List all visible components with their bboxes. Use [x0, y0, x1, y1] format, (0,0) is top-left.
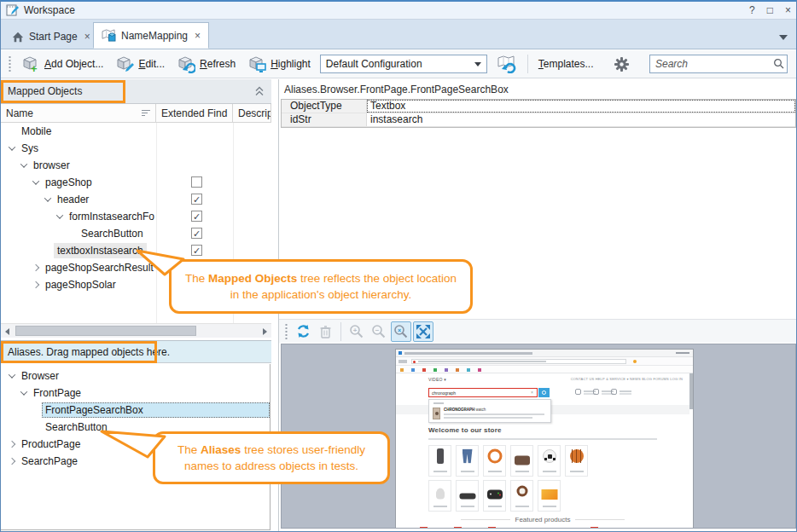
- mapped-tree-horizontal-scrollbar[interactable]: [1, 323, 271, 338]
- property-row-idStr[interactable]: idStrinstasearch: [282, 113, 795, 127]
- zoom-in-button[interactable]: +: [346, 321, 367, 342]
- product-tile-card: [538, 480, 561, 512]
- property-value[interactable]: instasearch: [367, 113, 795, 126]
- chevron-expanded-icon[interactable]: [30, 176, 42, 188]
- add-object-button[interactable]: + Add Object...: [15, 53, 109, 76]
- fit-to-window-button[interactable]: [413, 321, 433, 342]
- tree-item-label: header: [54, 192, 92, 207]
- chevron-expanded-icon[interactable]: [18, 159, 30, 171]
- tab-start-page[interactable]: Start Page ×: [4, 25, 98, 49]
- store-featured-row: [420, 527, 618, 529]
- tree-item-label: Browser: [18, 368, 62, 384]
- maximize-button[interactable]: □: [767, 4, 773, 16]
- product-label-bar: [488, 471, 502, 472]
- featured-product: [488, 527, 515, 529]
- refresh-button[interactable]: Refresh: [171, 53, 241, 76]
- tab-label: Start Page: [29, 31, 78, 43]
- tab-close-icon[interactable]: ×: [195, 30, 201, 42]
- tree-item-pageShop[interactable]: pageShop: [1, 174, 271, 191]
- settings-button[interactable]: [608, 54, 636, 75]
- column-header-extended-find[interactable]: Extended Find: [156, 104, 233, 122]
- product-label-bar: [461, 506, 474, 507]
- configuration-select[interactable]: Default Configuration: [320, 55, 487, 73]
- product-label-bar: [433, 471, 447, 472]
- tree-item-Mobile[interactable]: Mobile: [1, 123, 271, 140]
- chevron-expanded-icon[interactable]: [42, 194, 54, 205]
- mini-scrollbar-thumb: [689, 373, 693, 409]
- tree-item-label: Sys: [18, 141, 42, 156]
- store-search-suggestion: CHRONOGRAPH watch: [428, 399, 551, 423]
- tree-indent: [1, 410, 30, 411]
- mini-title-text-bar: [404, 352, 532, 355]
- tree-item-Sys[interactable]: Sys: [1, 140, 271, 157]
- product-tile-phone: [428, 445, 451, 477]
- tab-close-icon[interactable]: ×: [84, 31, 90, 43]
- add-object-label: Add Object...: [44, 58, 103, 70]
- aliases-title: Aliases. Drag mapped objects here.: [1, 346, 170, 358]
- edit-button[interactable]: Edit...: [109, 53, 171, 76]
- tree-item-Browser[interactable]: Browser: [1, 367, 270, 385]
- scroll-left-icon[interactable]: [5, 328, 9, 335]
- column-header-name[interactable]: Name: [1, 104, 156, 122]
- product-tile-jeans: [456, 445, 479, 477]
- extended-find-checkbox[interactable]: ✓: [191, 228, 202, 239]
- tree-item-header[interactable]: header✓: [1, 191, 271, 208]
- compare-icon: [575, 389, 581, 395]
- tree-item-FrontPage[interactable]: FrontPage: [1, 385, 270, 402]
- featured-product: [590, 527, 618, 529]
- scrollbar-thumb[interactable]: [15, 326, 196, 336]
- mini-url-text-bar: [418, 361, 546, 362]
- mini-browser-addressbar: [396, 357, 693, 366]
- chevron-collapsed-icon[interactable]: [6, 455, 18, 467]
- product-tile-pad: [483, 480, 506, 512]
- tab-list-dropdown-icon[interactable]: [779, 35, 788, 40]
- tree-item-formInstasearchForm[interactable]: formInstasearchForm✓: [1, 208, 271, 225]
- tree-item-browser[interactable]: browser: [1, 157, 271, 174]
- chevron-collapsed-icon[interactable]: [30, 262, 42, 274]
- bookmark-icon: [478, 368, 481, 372]
- edit-label: Edit...: [138, 58, 165, 70]
- suggestion-desc-bar: [444, 417, 532, 419]
- extended-find-checkbox[interactable]: [191, 176, 202, 188]
- chevron-expanded-icon[interactable]: [6, 142, 18, 154]
- chevron-collapsed-icon[interactable]: [30, 279, 42, 291]
- toolbar-grip[interactable]: [284, 322, 288, 341]
- chevron-expanded-icon[interactable]: [54, 211, 66, 223]
- window-controls: ? □ ×: [749, 4, 791, 16]
- tab-namemapping[interactable]: NameMapping ×: [93, 22, 209, 49]
- extended-find-checkbox[interactable]: ✓: [191, 194, 202, 205]
- product-tile-basket: [565, 445, 588, 477]
- gear-icon: [614, 56, 630, 72]
- column-header-descript[interactable]: Descript: [233, 104, 271, 122]
- property-value[interactable]: Textbox: [367, 100, 795, 113]
- toolbar-grip[interactable]: [8, 55, 12, 73]
- zoom-out-button[interactable]: −: [369, 321, 389, 342]
- preview-refresh-button[interactable]: [293, 321, 313, 342]
- collapse-panel-icon[interactable]: [254, 86, 265, 96]
- preview-delete-button[interactable]: [315, 321, 335, 342]
- help-button[interactable]: ?: [749, 4, 755, 16]
- chevron-expanded-icon[interactable]: [6, 370, 18, 382]
- tree-item-label: formInstasearchForm: [66, 209, 154, 224]
- property-row-ObjectType[interactable]: ObjectTypeTextbox: [282, 100, 795, 113]
- highlight-button[interactable]: Highlight: [241, 53, 317, 76]
- scroll-right-icon[interactable]: [263, 328, 267, 335]
- featured-product: [556, 527, 584, 529]
- search-input[interactable]: [649, 55, 788, 73]
- zoom-reset-button[interactable]: ×: [391, 321, 411, 342]
- extended-find-checkbox[interactable]: ✓: [191, 245, 202, 256]
- title-bar: Workspace ? □ ×: [1, 2, 796, 20]
- templates-button[interactable]: Templates...: [532, 55, 600, 72]
- product-tile-soccer: [538, 445, 561, 477]
- chevron-collapsed-icon[interactable]: [6, 438, 18, 450]
- tree-item-FrontPageSearchBox[interactable]: FrontPageSearchBox: [1, 402, 270, 419]
- chevron-expanded-icon[interactable]: [18, 387, 30, 399]
- callout-tail: [96, 426, 168, 460]
- svg-text:+: +: [353, 326, 358, 333]
- close-button[interactable]: ×: [785, 4, 791, 16]
- tree-item-SearchButton[interactable]: SearchButton✓: [1, 225, 271, 242]
- templates-label: Templates...: [538, 58, 594, 70]
- extended-find-checkbox[interactable]: ✓: [191, 211, 202, 222]
- refresh-mapping-button[interactable]: [491, 52, 523, 76]
- sale-badge: [454, 527, 462, 529]
